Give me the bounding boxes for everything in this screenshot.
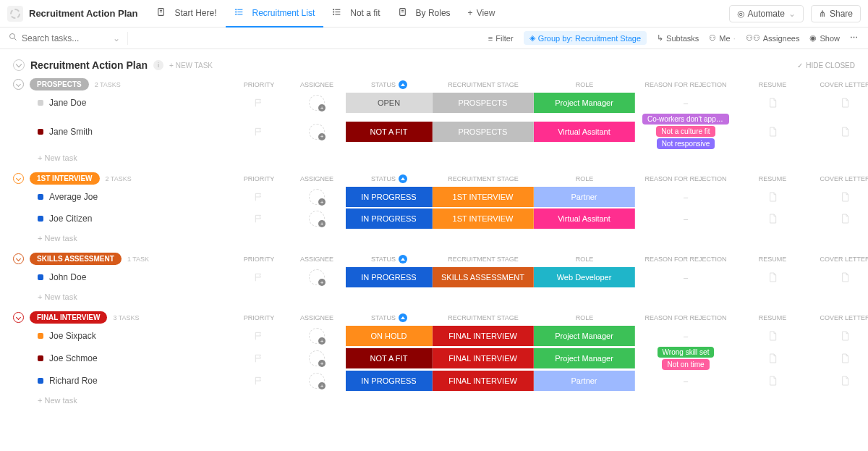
column-header-status[interactable]: STATUS (346, 313, 433, 322)
column-header[interactable]: COVER LETTER (809, 175, 868, 182)
status-cell[interactable]: IN PROGRESS (346, 187, 433, 207)
group-badge[interactable]: SKILLS ASSESSMENT (30, 253, 122, 265)
priority-cell[interactable] (230, 214, 288, 224)
column-header[interactable]: PRIORITY (230, 81, 288, 88)
more-icon[interactable]: ⋯ (850, 33, 859, 43)
rejection-cell[interactable]: – (635, 273, 736, 282)
rejection-cell[interactable]: – (635, 332, 736, 340)
stage-cell[interactable]: FINAL INTERVIEW (433, 348, 534, 368)
stage-cell[interactable]: 1ST INTERVIEW (433, 208, 534, 229)
cover-letter-cell[interactable] (809, 353, 868, 364)
column-header[interactable]: ROLE (534, 314, 635, 321)
rejection-cell[interactable]: Co-workers don't appro...Not a culture f… (635, 114, 736, 149)
column-header[interactable]: COVER LETTER (809, 256, 868, 263)
assignee-cell[interactable] (288, 269, 346, 285)
column-header[interactable]: ASSIGNEE (288, 175, 346, 182)
group-toggle[interactable] (13, 79, 24, 90)
column-header[interactable]: PRIORITY (230, 256, 288, 263)
new-task-top-button[interactable]: + NEW TASK (169, 62, 213, 69)
stage-cell[interactable]: FINAL INTERVIEW (433, 371, 534, 391)
status-cell[interactable]: NOT A FIT (346, 348, 433, 368)
status-cell[interactable]: IN PROGRESS (346, 208, 433, 229)
table-row[interactable]: Average JoeIN PROGRESS1ST INTERVIEWPartn… (13, 186, 855, 208)
new-task-button[interactable]: + New task (13, 229, 855, 243)
automate-button[interactable]: ◎ Automate ⌄ (729, 5, 804, 22)
table-row[interactable]: Joe SchmoeNOT A FITFINAL INTERVIEWProjec… (13, 347, 855, 370)
view-tab-by-roles[interactable]: By Roles (389, 0, 459, 28)
view-tab-start-here-[interactable]: Start Here! (148, 0, 225, 28)
group-toggle[interactable] (13, 253, 24, 264)
column-header[interactable]: REASON FOR REJECTION (635, 314, 736, 321)
filter-button[interactable]: ≡Filter (488, 34, 514, 43)
priority-cell[interactable] (230, 272, 288, 282)
share-button[interactable]: ⋔ Share (811, 5, 861, 22)
table-row[interactable]: Joe SixpackON HOLDFINAL INTERVIEWProject… (13, 325, 855, 347)
cover-letter-cell[interactable] (809, 330, 868, 342)
table-row[interactable]: Jane DoeOPENPROSPECTSProject Manager– (13, 92, 855, 114)
column-header[interactable]: RECRUITMENT STAGE (433, 81, 534, 88)
role-cell[interactable]: Web Developer (534, 267, 635, 287)
status-cell[interactable]: NOT A FIT (346, 122, 433, 142)
resume-cell[interactable] (736, 191, 809, 203)
assignee-cell[interactable] (288, 189, 346, 205)
assignee-cell[interactable] (288, 328, 346, 344)
assignee-cell[interactable] (288, 350, 346, 366)
search-input[interactable] (22, 33, 101, 43)
stage-cell[interactable]: 1ST INTERVIEW (433, 187, 534, 207)
column-header[interactable]: ASSIGNEE (288, 256, 346, 263)
collapse-list-toggle[interactable] (13, 59, 25, 71)
priority-cell[interactable] (230, 192, 288, 202)
column-header[interactable]: COVER LETTER (809, 314, 868, 321)
stage-cell[interactable]: FINAL INTERVIEW (433, 326, 534, 346)
column-header[interactable]: REASON FOR REJECTION (635, 175, 736, 182)
cover-letter-cell[interactable] (809, 191, 868, 203)
add-view-button[interactable]: + View (459, 0, 504, 28)
status-cell[interactable]: IN PROGRESS (346, 267, 433, 287)
cover-letter-cell[interactable] (809, 126, 868, 138)
column-header-status[interactable]: STATUS (346, 255, 433, 264)
column-header[interactable]: RESUME (736, 175, 809, 182)
group-toggle[interactable] (13, 173, 24, 184)
show-button[interactable]: ◉Show (809, 33, 840, 43)
column-header[interactable]: REASON FOR REJECTION (635, 81, 736, 88)
stage-cell[interactable]: SKILLS ASSESSMENT (433, 267, 534, 287)
priority-cell[interactable] (230, 353, 288, 363)
group-by-button[interactable]: ◈Group by: Recruitment Stage (524, 31, 647, 45)
priority-cell[interactable] (230, 376, 288, 386)
new-task-button[interactable]: + New task (13, 288, 855, 301)
priority-cell[interactable] (230, 331, 288, 341)
rejection-cell[interactable]: – (635, 214, 736, 223)
column-header[interactable]: PRIORITY (230, 314, 288, 321)
info-icon[interactable]: i (153, 60, 163, 70)
role-cell[interactable]: Virtual Assitant (534, 122, 635, 142)
column-header[interactable]: ROLE (534, 256, 635, 263)
view-tab-not-a-fit[interactable]: Not a fit (323, 0, 388, 28)
resume-cell[interactable] (736, 330, 809, 342)
group-badge[interactable]: FINAL INTERVIEW (30, 311, 107, 324)
assignees-button[interactable]: ⚇⚇Assignees (746, 33, 800, 43)
resume-cell[interactable] (736, 126, 809, 138)
cover-letter-cell[interactable] (809, 375, 868, 387)
status-cell[interactable]: OPEN (346, 93, 433, 113)
role-cell[interactable]: Partner (534, 187, 635, 207)
table-row[interactable]: Jane SmithNOT A FITPROSPECTSVirtual Assi… (13, 114, 855, 149)
table-row[interactable]: John DoeIN PROGRESSSKILLS ASSESSMENTWeb … (13, 266, 855, 288)
role-cell[interactable]: Virtual Assitant (534, 208, 635, 229)
chevron-down-icon[interactable]: ⌄ (113, 33, 120, 43)
rejection-cell[interactable]: – (635, 376, 736, 385)
column-header[interactable]: RESUME (736, 81, 809, 88)
assignee-cell[interactable] (288, 211, 346, 227)
priority-cell[interactable] (230, 98, 288, 108)
role-cell[interactable]: Project Manager (534, 93, 635, 113)
column-header[interactable]: RESUME (736, 314, 809, 321)
stage-cell[interactable]: PROSPECTS (433, 93, 534, 113)
view-tab-recruitment-list[interactable]: Recruitment List (226, 0, 324, 28)
role-cell[interactable]: Project Manager (534, 348, 635, 368)
group-badge[interactable]: 1ST INTERVIEW (30, 172, 100, 185)
column-header[interactable]: RECRUITMENT STAGE (433, 314, 534, 321)
status-cell[interactable]: ON HOLD (346, 326, 433, 346)
cover-letter-cell[interactable] (809, 97, 868, 109)
column-header[interactable]: COVER LETTER (809, 81, 868, 88)
assignee-cell[interactable] (288, 373, 346, 389)
resume-cell[interactable] (736, 97, 809, 109)
